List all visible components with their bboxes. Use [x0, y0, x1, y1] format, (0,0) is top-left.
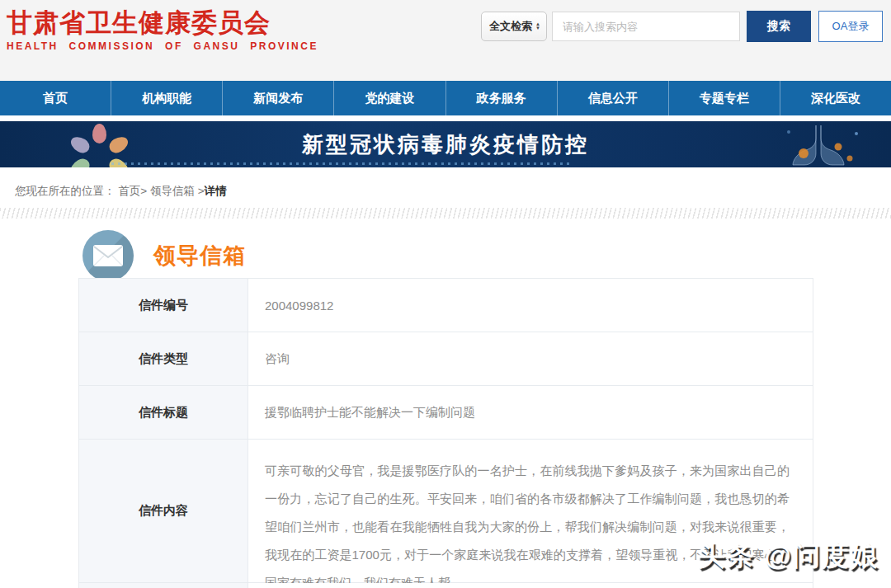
table-row-partial: [79, 583, 813, 588]
table-row-letter-type: 信件类型 咨询: [79, 332, 813, 386]
search-area: 全文检索 ▲▼ 搜索 OA登录: [481, 11, 883, 42]
row-label: 信件编号: [79, 279, 248, 332]
search-scope-value: 全文检索: [489, 19, 532, 34]
nav-item-news[interactable]: 新闻发布: [223, 81, 334, 115]
row-label: [79, 583, 248, 588]
banner-dots-decoration: [111, 162, 573, 165]
row-value: 援鄂临聘护士能不能解决一下编制问题: [248, 386, 813, 439]
breadcrumb-home-link[interactable]: 首页: [118, 185, 140, 197]
logo-title: 甘肃省卫生健康委员会: [7, 8, 318, 38]
search-button[interactable]: 搜索: [747, 11, 811, 42]
breadcrumb-separator: >: [140, 185, 147, 197]
breadcrumb-prefix: 您现在所在的位置：: [15, 185, 116, 197]
nav-item-reform[interactable]: 深化医改: [780, 81, 891, 115]
nav-item-home[interactable]: 首页: [0, 81, 111, 115]
row-label: 信件内容: [79, 440, 248, 582]
nav-item-services[interactable]: 政务服务: [446, 81, 558, 115]
logo: 甘肃省卫生健康委员会 HEALTH COMMISSION OF GANSU PR…: [7, 8, 318, 52]
row-value: 2004099812: [248, 279, 813, 332]
breadcrumb: 您现在所在的位置： 首页> 领导信箱 >详情: [0, 167, 891, 199]
banner-title: 新型冠状病毒肺炎疫情防控: [0, 130, 891, 159]
nav-item-disclosure[interactable]: 信息公开: [558, 81, 669, 115]
nav-item-party[interactable]: 党的建设: [334, 81, 446, 115]
table-row-letter-number: 信件编号 2004099812: [79, 279, 813, 332]
oa-login-button[interactable]: OA登录: [818, 11, 883, 42]
nav-item-functions[interactable]: 机构职能: [111, 81, 223, 115]
page-title: 领导信箱: [153, 241, 246, 270]
page: 甘肃省卫生健康委员会 HEALTH COMMISSION OF GANSU PR…: [0, 0, 891, 588]
breadcrumb-mailbox-link[interactable]: 领导信箱: [150, 185, 195, 197]
breadcrumb-separator2: >: [198, 185, 205, 197]
select-arrows-icon: ▲▼: [535, 22, 540, 31]
lungs-virus-image: [777, 122, 868, 167]
stripes-divider: [0, 208, 891, 219]
search-input[interactable]: [552, 12, 740, 41]
main-nav: 首页 机构职能 新闻发布 党的建设 政务服务 信息公开 专题专栏 深化医改: [0, 81, 891, 115]
envelope-icon: [82, 230, 134, 281]
row-label: 信件类型: [79, 332, 248, 385]
table-row-letter-title: 信件标题 援鄂临聘护士能不能解决一下编制问题: [79, 386, 813, 440]
row-label: 信件标题: [79, 386, 248, 439]
search-scope-select[interactable]: 全文检索 ▲▼: [481, 12, 547, 41]
row-value: [248, 583, 813, 588]
covid-banner[interactable]: 新型冠状病毒肺炎疫情防控: [0, 121, 891, 167]
toutiao-watermark: 头条 @问度娘: [698, 538, 879, 575]
breadcrumb-current: 详情: [205, 185, 227, 197]
logo-subtitle: HEALTH COMMISSION OF GANSU PROVINCE: [7, 40, 318, 52]
row-value: 咨询: [248, 332, 813, 385]
mailbox-header: 领导信箱: [82, 228, 891, 283]
nav-item-topics[interactable]: 专题专栏: [669, 81, 780, 115]
site-header: 甘肃省卫生健康委员会 HEALTH COMMISSION OF GANSU PR…: [0, 0, 891, 81]
